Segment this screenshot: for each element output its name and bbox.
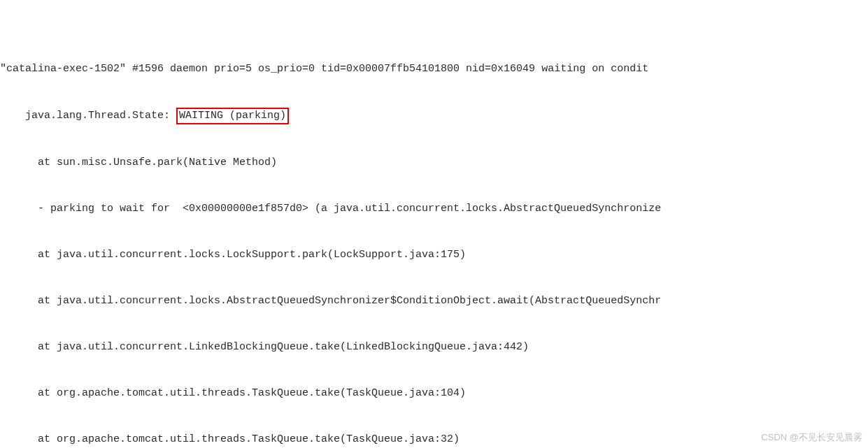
thread-dump: "catalina-exec-1502" #1596 daemon prio=5… bbox=[0, 0, 868, 448]
stack-frame: at java.util.concurrent.locks.AbstractQu… bbox=[0, 294, 868, 309]
watermark: CSDN @不见长安见晨雾 bbox=[761, 430, 862, 445]
stack-frame: at org.apache.tomcat.util.threads.TaskQu… bbox=[0, 386, 868, 401]
stack-frame: at java.util.concurrent.locks.LockSuppor… bbox=[0, 247, 868, 263]
stack-frame: at java.util.concurrent.LinkedBlockingQu… bbox=[0, 340, 868, 355]
stack-frame: - parking to wait for <0x00000000e1f857d… bbox=[0, 201, 868, 217]
stack-frame: at sun.misc.Unsafe.park(Native Method) bbox=[0, 155, 868, 171]
stack-frame: at org.apache.tomcat.util.threads.TaskQu… bbox=[0, 432, 868, 447]
thread-state-highlight: WAITING (parking) bbox=[176, 108, 289, 124]
thread-header: "catalina-exec-1502" #1596 daemon prio=5… bbox=[0, 62, 868, 77]
thread-state-prefix: java.lang.Thread.State: bbox=[25, 110, 176, 122]
thread-state-line: java.lang.Thread.State: WAITING (parking… bbox=[0, 108, 868, 124]
